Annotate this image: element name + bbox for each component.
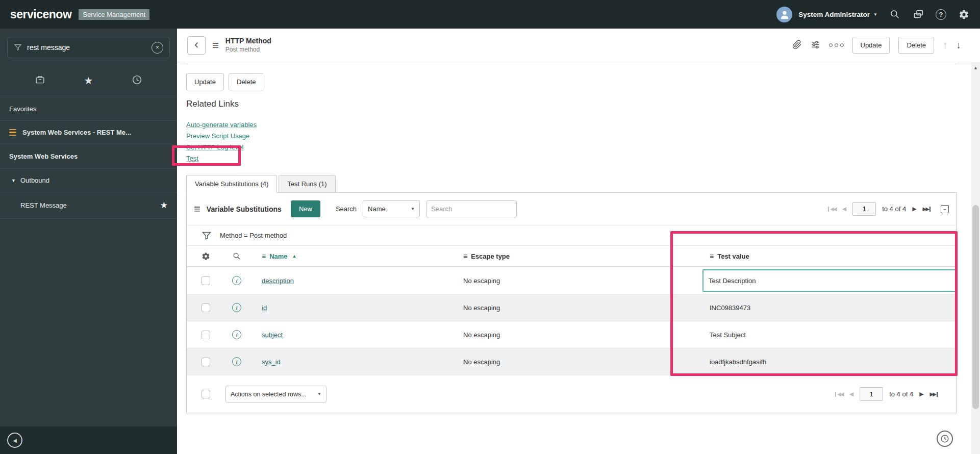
scroll-up-arrow[interactable]: ▲ <box>971 65 980 70</box>
outbound-label: Outbound <box>20 176 49 184</box>
test-value-cell[interactable]: INC09839473 <box>710 304 750 312</box>
gear-icon[interactable] <box>958 8 970 20</box>
form-title-block: HTTP Method Post method <box>225 37 271 54</box>
record-link[interactable]: id <box>262 304 267 312</box>
sidebar-filter-input[interactable] <box>27 43 146 52</box>
info-icon[interactable]: i <box>232 276 241 285</box>
next-page-button[interactable]: ▶ <box>919 391 923 397</box>
test-value-cell[interactable]: ioadfjkabsdhfgasifh <box>710 358 766 366</box>
search-label: Search <box>336 205 357 213</box>
list-filter-text[interactable]: Method = Post method <box>220 232 287 239</box>
new-button[interactable]: New <box>291 200 320 217</box>
row-checkbox[interactable] <box>202 304 210 312</box>
list-pagination-top: ◀◀ ◀ to 4 of 4 ▶ ▶▶ − <box>828 202 949 216</box>
attachment-icon[interactable] <box>792 40 802 51</box>
collapse-list-button[interactable]: − <box>941 205 949 213</box>
conversations-icon[interactable] <box>912 8 924 20</box>
col-header-test-value[interactable]: ≡ Test value <box>707 252 956 260</box>
personalize-icon[interactable] <box>811 40 820 51</box>
form-context-menu-icon[interactable]: ≡ <box>212 39 219 52</box>
previous-page-button[interactable]: ◀ <box>842 206 846 212</box>
previous-record-button[interactable]: ↑ <box>943 40 948 51</box>
favorite-star-icon[interactable]: ★ <box>160 200 168 211</box>
link-auto-generate-variables[interactable]: Auto-generate variables <box>186 119 257 131</box>
record-link[interactable]: subject <box>262 331 283 339</box>
list-context-menu-icon[interactable]: ≡ <box>194 203 200 216</box>
info-icon[interactable]: i <box>232 303 241 312</box>
scroll-thumb[interactable] <box>972 205 979 409</box>
minus-icon: − <box>943 206 946 212</box>
search-icon[interactable] <box>889 8 901 20</box>
form-title: HTTP Method <box>225 37 271 46</box>
first-page-button[interactable]: ◀◀ <box>828 206 836 212</box>
sidebar-tab-history[interactable] <box>132 74 142 87</box>
row-checkbox[interactable] <box>202 276 210 285</box>
next-page-button[interactable]: ▶ <box>912 206 916 212</box>
first-page-button[interactable]: ◀◀ <box>835 391 843 397</box>
more-options-icon[interactable] <box>829 43 844 47</box>
arrow-next-icon: ▶ <box>912 206 916 212</box>
arrow-last-icon: ▶▶ <box>930 391 936 397</box>
favorites-title: Favorites <box>0 97 177 121</box>
tab-variable-substitutions[interactable]: Variable Substitutions (4) <box>186 175 277 193</box>
favorite-list-icon <box>9 129 16 136</box>
filter-funnel-icon[interactable] <box>202 231 212 241</box>
column-settings-cell <box>187 252 218 261</box>
select-all-checkbox[interactable] <box>202 390 210 398</box>
page-input[interactable] <box>852 202 876 216</box>
arrow-first-icon: ◀◀ <box>830 206 836 212</box>
sidebar: × ★ Favorites System Web Services - REST… <box>0 29 177 454</box>
delete-button[interactable]: Delete <box>898 37 934 54</box>
sidebar-item-outbound[interactable]: ▼ Outbound <box>0 169 177 192</box>
variable-substitutions-list: ≡ Variable Substitutions New Search Name… <box>186 192 957 413</box>
tab-test-runs[interactable]: Test Runs (1) <box>279 175 335 193</box>
info-icon[interactable]: i <box>232 330 241 339</box>
search-icon[interactable] <box>233 252 241 260</box>
search-field-value: Name <box>368 205 386 213</box>
previous-page-button[interactable]: ◀ <box>849 391 853 397</box>
sidebar-tab-favorites[interactable]: ★ <box>84 74 93 87</box>
info-icon[interactable]: i <box>232 357 241 366</box>
next-record-button[interactable]: ↓ <box>957 40 962 51</box>
back-button[interactable]: ‹ <box>187 36 206 55</box>
favorite-item-label: System Web Services - REST Me... <box>22 129 131 136</box>
gear-icon[interactable] <box>202 252 210 261</box>
actions-select[interactable]: Actions on selected rows... ▼ <box>225 386 326 402</box>
col-header-escape-type[interactable]: ≡ Escape type <box>460 252 707 260</box>
list-search-input[interactable] <box>426 200 517 217</box>
record-link[interactable]: description <box>262 277 294 285</box>
col-header-name[interactable]: ≡ Name ▲ <box>255 252 460 260</box>
sidebar-item-rest-message[interactable]: REST Message ★ <box>0 192 177 219</box>
clear-search-icon[interactable]: × <box>152 42 163 54</box>
column-menu-icon[interactable]: ≡ <box>463 252 467 260</box>
last-page-button[interactable]: ▶▶ <box>930 391 938 397</box>
column-menu-icon[interactable]: ≡ <box>710 252 714 260</box>
row-checkbox[interactable] <box>202 331 210 339</box>
update-button-bottom[interactable]: Update <box>186 73 224 90</box>
column-menu-icon[interactable]: ≡ <box>262 252 266 260</box>
sidebar-collapse-button[interactable]: ◀ <box>7 433 22 448</box>
last-page-button[interactable]: ▶▶ <box>923 206 931 212</box>
list-footer: Actions on selected rows... ▼ ◀◀ ◀ to 4 … <box>187 375 956 413</box>
help-icon[interactable]: ? <box>936 9 946 20</box>
applications-icon <box>35 74 45 85</box>
clock-icon <box>132 74 142 85</box>
update-button[interactable]: Update <box>852 37 890 54</box>
test-value-cell[interactable]: Test Subject <box>710 331 746 339</box>
link-preview-script-usage[interactable]: Preview Script Usage <box>186 131 249 142</box>
form-subtitle: Post method <box>225 46 271 54</box>
avatar[interactable] <box>776 7 792 22</box>
row-checkbox[interactable] <box>202 358 210 366</box>
sidebar-item-rest-message-favorite[interactable]: System Web Services - REST Me... <box>0 121 177 144</box>
test-value-input[interactable] <box>702 269 957 292</box>
link-set-http-log-level[interactable]: Set HTTP Log level <box>186 142 243 153</box>
sidebar-tab-applications[interactable] <box>35 74 45 87</box>
search-field-select[interactable]: Name ▼ <box>363 200 420 217</box>
user-menu[interactable]: System Administrator ▼ <box>798 11 877 18</box>
record-link[interactable]: sys_id <box>262 358 281 366</box>
link-test[interactable]: Test <box>186 153 198 164</box>
delete-button-bottom[interactable]: Delete <box>229 73 264 90</box>
page-input[interactable] <box>860 387 883 401</box>
response-time-icon[interactable] <box>937 431 953 447</box>
top-banner: servicenow Service Management System Adm… <box>0 0 980 29</box>
